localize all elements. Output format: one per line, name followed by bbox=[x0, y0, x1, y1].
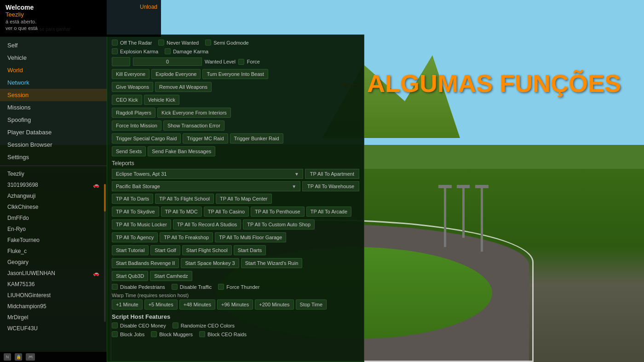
player-item-kam75136[interactable]: KAM75136 bbox=[0, 279, 107, 290]
btn-give-weapons[interactable]: Give Weapons bbox=[112, 82, 153, 92]
player-item-geogary[interactable]: Geogary bbox=[0, 257, 107, 268]
btn-tp-penthouse[interactable]: TP All To Penthouse bbox=[251, 207, 305, 217]
player-item-dmffdo[interactable]: DmFFdo bbox=[0, 213, 107, 224]
sidebar-item-vehicle[interactable]: Vehicle bbox=[0, 52, 107, 64]
player-item-en-ryo[interactable]: En-Ryo bbox=[0, 224, 107, 235]
btn-kill-everyone[interactable]: Kill Everyone bbox=[112, 69, 150, 79]
btn-tp-mdc[interactable]: TP All To MDC bbox=[161, 207, 202, 217]
checkbox-block-jobs bbox=[112, 331, 118, 337]
btn-ceo-kick[interactable]: CEO Kick bbox=[112, 95, 142, 105]
player-item-wceuf43u[interactable]: WCEUF43U bbox=[0, 323, 107, 334]
player-item-midchampion95[interactable]: Midchampion95 bbox=[0, 301, 107, 312]
btn-start-badlands[interactable]: Start Badlands Revenge II bbox=[112, 258, 179, 268]
sidebar-item-self[interactable]: Self bbox=[0, 39, 107, 52]
sidebar-item-network[interactable]: Network bbox=[0, 76, 107, 89]
btn-tp-multi-floor-garage[interactable]: TP All To Multi Floor Garage bbox=[215, 232, 286, 242]
toggle-block-muggers[interactable]: Block Muggers bbox=[151, 331, 193, 337]
btn-warp-48min[interactable]: +48 Minutes bbox=[179, 299, 215, 310]
btn-tp-arcade[interactable]: TP All To Arcade bbox=[306, 207, 351, 217]
btn-start-qub3d[interactable]: Start Qub3D bbox=[112, 271, 148, 281]
btn-warp-200min[interactable]: +200 Minutes bbox=[255, 299, 293, 310]
toggle-disable-pedestrians[interactable]: Disable Pedestrians bbox=[112, 284, 165, 290]
sidebar-item-player-database[interactable]: Player Database bbox=[0, 126, 107, 138]
btn-tp-flight-school[interactable]: TP All To Flight School bbox=[155, 194, 214, 204]
btn-start-camhedz[interactable]: Start Camhedz bbox=[150, 271, 192, 281]
btn-trigger-special-cargo-raid[interactable]: Trigger Special Cargo Raid bbox=[112, 133, 181, 144]
player-item-clkkchinese[interactable]: ClkkChinese bbox=[0, 201, 107, 213]
bottom-bar: N 🔒 🎮 bbox=[0, 352, 107, 362]
player-item-liuhonginterest[interactable]: LIUHONGinterest bbox=[0, 290, 107, 301]
sidebar-item-world[interactable]: World bbox=[0, 64, 107, 76]
checkbox-disable-ceo-money bbox=[112, 322, 118, 328]
unload-button[interactable]: Unload bbox=[140, 4, 157, 10]
checkbox-block-ceo-raids bbox=[199, 331, 205, 337]
toggle-disable-traffic[interactable]: Disable Traffic bbox=[172, 284, 212, 290]
btn-start-space-monkey[interactable]: Start Space Monkey 3 bbox=[181, 258, 239, 268]
btn-force-into-mission[interactable]: Force Into Mission bbox=[112, 121, 161, 131]
btn-trigger-mc-raid[interactable]: Trigger MC Raid bbox=[183, 133, 228, 144]
sidebar-item-settings[interactable]: Settings bbox=[0, 151, 107, 163]
player-item-azhangwuji[interactable]: Azhangwuji bbox=[0, 190, 107, 201]
player-item-jasonliuwenhan[interactable]: JasonLIUWENHAN 🚗 bbox=[0, 268, 107, 279]
toggle-disable-ceo-money[interactable]: Disable CEO Money bbox=[112, 322, 166, 328]
toggle-semi-godmode[interactable]: Semi Godmode bbox=[205, 40, 248, 46]
toggle-off-the-radar[interactable]: Off The Radar bbox=[112, 40, 152, 46]
btn-show-transaction-error[interactable]: Show Transaction Error bbox=[163, 121, 224, 131]
btn-ragdoll-players[interactable]: Ragdoll Players bbox=[112, 108, 155, 118]
player-item-fluke-c[interactable]: Fluke_c bbox=[0, 246, 107, 257]
btn-tp-record-a-studios[interactable]: TP All To Record A Studios bbox=[173, 219, 241, 230]
btn-vehicle-kick[interactable]: Vehicle Kick bbox=[144, 95, 179, 105]
btn-warp-1min[interactable]: +1 Minute bbox=[112, 299, 143, 310]
btn-tp-map-center[interactable]: TP All To Map Center bbox=[216, 194, 272, 204]
btn-turn-everyone-into-beast[interactable]: Turn Everyone Into Beast bbox=[202, 69, 268, 79]
funcoes-overlay: ← ALGUMAS FUNÇÕES bbox=[338, 69, 621, 98]
btn-trigger-bunker-raid[interactable]: Trigger Bunker Raid bbox=[230, 133, 283, 144]
scrollbar-thumb[interactable] bbox=[104, 184, 106, 212]
btn-warp-5min[interactable]: +5 Minutes bbox=[144, 299, 178, 310]
checkbox-explosion-karma bbox=[112, 48, 118, 54]
btn-stop-time[interactable]: Stop Time bbox=[296, 299, 327, 310]
btn-tp-skydive[interactable]: TP All To Skydive bbox=[112, 207, 159, 217]
btn-remove-all-weapons[interactable]: Remove All Weapons bbox=[155, 82, 212, 92]
toggle-force-thunder[interactable]: Force Thunder bbox=[218, 284, 259, 290]
toggle-never-wanted[interactable]: Never Wanted bbox=[158, 40, 199, 46]
wanted-force-checkbox[interactable] bbox=[238, 59, 244, 65]
btn-tp-agency[interactable]: TP All To Agency bbox=[112, 232, 158, 242]
player-item-teezliy[interactable]: Teezliy bbox=[0, 168, 107, 179]
sidebar-item-spoofing[interactable]: Spoofing bbox=[0, 114, 107, 126]
btn-warp-96min[interactable]: +96 Minutes bbox=[217, 299, 253, 310]
wanted-slider[interactable] bbox=[112, 57, 130, 66]
wanted-row: 0 Wanted Level Force bbox=[112, 57, 359, 66]
btn-send-sexts[interactable]: Send Sexts bbox=[112, 146, 146, 156]
sidebar-item-session-browser[interactable]: Session Browser bbox=[0, 138, 107, 151]
player-item-mrdirgel[interactable]: MrDirgel bbox=[0, 312, 107, 323]
btn-tp-casino[interactable]: TP All To Casino bbox=[204, 207, 249, 217]
btn-tp-freakshop[interactable]: TP All To Freakshop bbox=[160, 232, 213, 242]
btn-tp-darts[interactable]: TP All To Darts bbox=[112, 194, 153, 204]
player-item-faketourneo[interactable]: FakeTourneo bbox=[0, 235, 107, 246]
toggle-explosion-karma[interactable]: Explosion Karma bbox=[112, 48, 158, 54]
btn-start-wizards-ruin[interactable]: Start The Wizard's Ruin bbox=[241, 258, 303, 268]
toggle-block-ceo-raids[interactable]: Block CEO Raids bbox=[199, 331, 247, 337]
btn-tp-all-to-warehouse[interactable]: TP All To Warehouse bbox=[302, 181, 359, 191]
dropdown-pacific-bait[interactable]: Pacific Bait Storage ▼ bbox=[112, 181, 300, 191]
btn-tp-all-to-apartment[interactable]: TP All To Apartment bbox=[305, 169, 359, 179]
sidebar-item-session[interactable]: Session bbox=[0, 89, 107, 101]
toggle-damage-karma[interactable]: Damage Karma bbox=[165, 48, 208, 54]
btn-tp-custom-auto-shop[interactable]: TP All To Custom Auto Shop bbox=[243, 219, 315, 230]
btn-start-golf[interactable]: Start Golf bbox=[150, 245, 180, 255]
btn-send-fake-ban-messages[interactable]: Send Fake Ban Messages bbox=[148, 146, 215, 156]
sidebar-item-missions[interactable]: Missions bbox=[0, 101, 107, 114]
btn-kick-everyone-from-interiors[interactable]: Kick Everyone From Interiors bbox=[157, 108, 231, 118]
warp-note: Warp Time (requires session host) bbox=[112, 293, 359, 298]
toggle-randomize-ceo-colors[interactable]: Randomize CEO Colors bbox=[172, 322, 235, 328]
toggle-block-jobs[interactable]: Block Jobs bbox=[112, 331, 144, 337]
player-item-3101993698[interactable]: 3101993698 🚗 bbox=[0, 179, 107, 190]
btn-start-flight-school[interactable]: Start Flight School bbox=[182, 245, 232, 255]
label-disable-pedestrians: Disable Pedestrians bbox=[120, 284, 165, 290]
btn-start-darts[interactable]: Start Darts bbox=[234, 245, 266, 255]
dropdown-eclipse-towers[interactable]: Eclipse Towers, Apt 31 ▼ bbox=[112, 169, 303, 179]
btn-explode-everyone[interactable]: Explode Everyone bbox=[151, 69, 201, 79]
btn-tp-music-locker[interactable]: TP All To Music Locker bbox=[112, 219, 171, 230]
btn-start-tutorial[interactable]: Start Tutorial bbox=[112, 245, 149, 255]
